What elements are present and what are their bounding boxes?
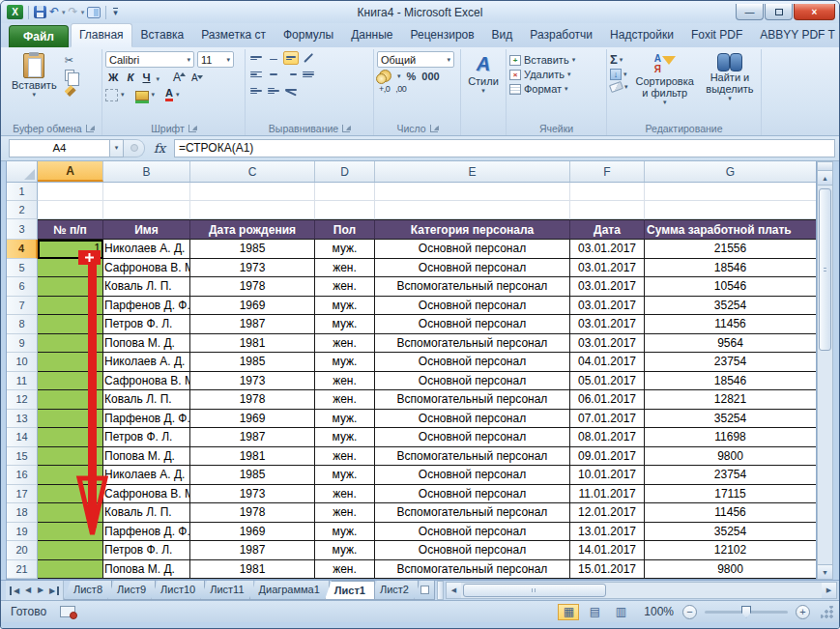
cell-F7[interactable]: 03.01.2017 <box>570 297 645 316</box>
table-header-cell[interactable]: Категория персонала <box>375 219 570 240</box>
cell-B19[interactable]: Парфенов Д. Ф. <box>103 523 190 542</box>
last-sheet-icon[interactable]: ▶ <box>47 586 59 595</box>
formula-input[interactable]: =СТРОКА(A1) <box>174 139 835 157</box>
tab-Рецензиров[interactable]: Рецензиров <box>401 23 482 47</box>
cell-A13[interactable] <box>38 410 103 429</box>
cell-E9[interactable]: Вспомогательный персонал <box>375 334 570 354</box>
scroll-up-icon[interactable]: ▲ <box>818 171 832 186</box>
autosum-button[interactable]: Σ▾ <box>610 53 628 66</box>
cell-G19[interactable]: 35254 <box>645 523 816 542</box>
row-header-14[interactable]: 14 <box>7 428 38 447</box>
cell-G13[interactable]: 35254 <box>645 410 816 429</box>
dialog-launcher-icon[interactable] <box>188 125 196 132</box>
cell-C4[interactable]: 1985 <box>190 240 315 259</box>
insert-cells-button[interactable]: +Вставить▾ <box>509 54 575 66</box>
redo-icon[interactable]: ↷ <box>69 6 78 18</box>
align-right-button[interactable] <box>283 68 299 81</box>
cell-A9[interactable] <box>38 334 103 354</box>
format-painter-icon[interactable] <box>65 85 80 97</box>
row-header-2[interactable]: 2 <box>7 201 38 219</box>
row-header-18[interactable]: 18 <box>7 503 38 523</box>
cell-B1[interactable] <box>103 183 190 201</box>
cell-E19[interactable]: Основной персонал <box>375 523 570 542</box>
zoom-out-button[interactable]: − <box>682 605 697 619</box>
customize-qat-icon[interactable]: ▾ <box>113 8 118 16</box>
cell-D7[interactable]: муж. <box>315 297 375 316</box>
table-header-cell[interactable]: Дата <box>570 219 645 240</box>
cell-B21[interactable]: Попова М. Д. <box>103 560 190 580</box>
quick-access-extra-icon[interactable] <box>87 7 101 18</box>
save-icon[interactable] <box>34 6 46 18</box>
cell-A19[interactable] <box>38 523 103 542</box>
comma-style-button[interactable]: 000 <box>421 71 439 82</box>
column-header-D[interactable]: D <box>315 161 375 182</box>
row-header-8[interactable]: 8 <box>7 315 38 334</box>
cell-B17[interactable]: Сафронова В. М. <box>103 485 190 504</box>
tab-Разработчи[interactable]: Разработчи <box>521 23 601 47</box>
prev-sheet-icon[interactable]: ◀ <box>22 583 34 598</box>
dialog-launcher-icon[interactable] <box>342 125 350 132</box>
tab-Foxit PDF[interactable]: Foxit PDF <box>682 23 751 47</box>
cell-C17[interactable]: 1973 <box>190 485 315 504</box>
cell-F15[interactable]: 09.01.2017 <box>570 447 645 467</box>
tab-split-handle[interactable] <box>437 581 444 600</box>
cell-C11[interactable]: 1973 <box>190 372 315 391</box>
row-header-9[interactable]: 9 <box>7 334 38 354</box>
cell-B10[interactable]: Николаев А. Д. <box>103 353 190 372</box>
cell-A14[interactable] <box>38 428 103 447</box>
first-sheet-icon[interactable]: ◀ <box>10 586 21 595</box>
cell-E17[interactable]: Основной персонал <box>375 485 570 504</box>
cell-E5[interactable]: Основной персонал <box>375 259 570 278</box>
cell-G1[interactable] <box>645 183 816 201</box>
cell-G15[interactable]: 9800 <box>645 447 816 467</box>
table-header-cell[interactable]: Дата рождения <box>190 219 315 240</box>
cell-A21[interactable] <box>38 560 103 580</box>
cell-A7[interactable] <box>38 297 103 316</box>
fill-button[interactable]: ↓▾ <box>610 69 628 80</box>
cell-C2[interactable] <box>190 201 315 219</box>
macro-record-icon[interactable] <box>60 606 75 617</box>
minimize-button[interactable]: — <box>736 4 764 20</box>
cell-C13[interactable]: 1969 <box>190 410 315 429</box>
cell-C1[interactable] <box>190 183 315 201</box>
tab-Вид[interactable]: Вид <box>483 23 522 47</box>
vertical-scroll-thumb[interactable] <box>819 188 831 351</box>
tab-Формулы[interactable]: Формулы <box>275 23 342 47</box>
cell-G16[interactable]: 23754 <box>645 466 816 485</box>
cell-G7[interactable]: 35254 <box>645 297 816 316</box>
cell-E18[interactable]: Вспомогательный персонал <box>375 503 570 523</box>
cell-D13[interactable]: муж. <box>315 410 375 429</box>
cell-D11[interactable]: жен. <box>315 372 375 391</box>
cell-G18[interactable]: 11456 <box>645 503 816 523</box>
cell-D16[interactable]: муж. <box>315 466 375 485</box>
column-header-F[interactable]: F <box>570 161 645 182</box>
row-header-17[interactable]: 17 <box>7 485 38 504</box>
cell-A15[interactable] <box>38 447 103 467</box>
scroll-down-icon[interactable]: ▼ <box>818 564 832 579</box>
name-box[interactable]: A4 <box>9 139 109 157</box>
font-name-combo[interactable]: Calibri▾ <box>105 51 194 68</box>
table-header-cell[interactable]: Пол <box>315 219 375 240</box>
row-header-10[interactable]: 10 <box>7 353 38 372</box>
dialog-launcher-icon[interactable] <box>86 125 94 132</box>
cell-D21[interactable]: жен. <box>315 560 375 580</box>
cell-B12[interactable]: Коваль Л. П. <box>103 390 190 410</box>
grow-font-button[interactable]: А <box>170 71 186 85</box>
cell-A12[interactable] <box>38 390 103 410</box>
cell-B18[interactable]: Коваль Л. П. <box>103 503 190 523</box>
cell-F8[interactable]: 03.01.2017 <box>570 315 645 334</box>
table-header-cell[interactable]: Имя <box>103 219 190 240</box>
find-select-button[interactable]: Найти и выделить ▾ <box>702 51 758 121</box>
cell-D12[interactable]: жен. <box>315 390 375 410</box>
column-header-G[interactable]: G <box>645 161 817 182</box>
cell-A8[interactable] <box>38 315 103 334</box>
cell-E11[interactable]: Основной персонал <box>375 372 570 391</box>
cell-D14[interactable]: муж. <box>315 428 375 447</box>
tab-Надстройки[interactable]: Надстройки <box>601 23 682 47</box>
cell-D18[interactable]: жен. <box>315 503 375 523</box>
wrap-text-button[interactable] <box>283 84 299 98</box>
cell-E4[interactable]: Основной персонал <box>375 240 570 259</box>
align-bottom-button[interactable] <box>283 51 299 65</box>
accounting-format-icon[interactable] <box>379 70 391 82</box>
cell-B14[interactable]: Петров Ф. Л. <box>103 428 190 447</box>
